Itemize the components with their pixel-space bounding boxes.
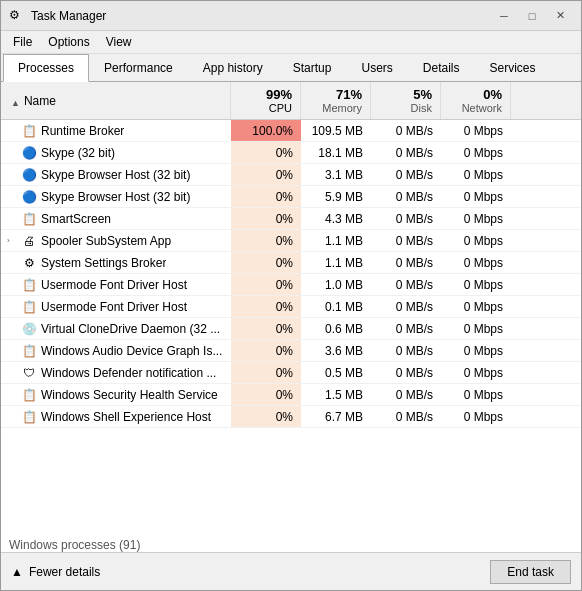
process-cpu-cell: 0% xyxy=(231,208,301,229)
tab-app-history[interactable]: App history xyxy=(188,54,278,82)
title-bar-left: ⚙ Task Manager xyxy=(9,8,106,24)
process-memory-cell: 0.6 MB xyxy=(301,318,371,339)
process-disk-cell: 0 MB/s xyxy=(371,274,441,295)
tab-services[interactable]: Services xyxy=(475,54,551,82)
col-header-disk[interactable]: 5% Disk xyxy=(371,82,441,119)
tab-performance[interactable]: Performance xyxy=(89,54,188,82)
process-disk-cell: 0 MB/s xyxy=(371,164,441,185)
menu-options[interactable]: Options xyxy=(40,33,97,51)
end-task-button[interactable]: End task xyxy=(490,560,571,584)
tab-processes[interactable]: Processes xyxy=(3,54,89,82)
process-network-cell: 0 Mbps xyxy=(441,252,511,273)
process-cpu-cell: 0% xyxy=(231,318,301,339)
process-disk-cell: 0 MB/s xyxy=(371,252,441,273)
network-pct: 0% xyxy=(483,87,502,102)
process-network-cell: 0 Mbps xyxy=(441,186,511,207)
process-disk-cell: 0 MB/s xyxy=(371,296,441,317)
process-cpu-cell: 0% xyxy=(231,406,301,427)
process-network-cell: 0 Mbps xyxy=(441,208,511,229)
process-network-cell: 0 Mbps xyxy=(441,142,511,163)
table-row[interactable]: 📋Usermode Font Driver Host0%1.0 MB0 MB/s… xyxy=(1,274,581,296)
process-name-label: Usermode Font Driver Host xyxy=(41,278,187,292)
table-body: 📋Runtime Broker100.0%109.5 MB0 MB/s0 Mbp… xyxy=(1,120,581,538)
col-header-network[interactable]: 0% Network xyxy=(441,82,511,119)
tab-details[interactable]: Details xyxy=(408,54,475,82)
process-network-cell: 0 Mbps xyxy=(441,296,511,317)
process-name-cell: 💿Virtual CloneDrive Daemon (32 ... xyxy=(1,318,231,339)
process-name-label: Usermode Font Driver Host xyxy=(41,300,187,314)
process-name-label: SmartScreen xyxy=(41,212,111,226)
partial-cell-name: Windows processes (91) xyxy=(1,538,231,552)
tab-startup[interactable]: Startup xyxy=(278,54,347,82)
table-row[interactable]: ›🖨Spooler SubSystem App0%1.1 MB0 MB/s0 M… xyxy=(1,230,581,252)
process-memory-cell: 4.3 MB xyxy=(301,208,371,229)
table-row[interactable]: 🔵Skype (32 bit)0%18.1 MB0 MB/s0 Mbps xyxy=(1,142,581,164)
process-memory-cell: 3.1 MB xyxy=(301,164,371,185)
menu-file[interactable]: File xyxy=(5,33,40,51)
menu-bar: File Options View xyxy=(1,31,581,54)
footer: ▲ Fewer details End task xyxy=(1,552,581,590)
process-icon: 📋 xyxy=(21,123,37,139)
process-network-cell: 0 Mbps xyxy=(441,406,511,427)
process-name-cell: 🛡Windows Defender notification ... xyxy=(1,362,231,383)
name-sort-arrow: ▲ xyxy=(11,98,20,108)
minimize-button[interactable]: ─ xyxy=(491,6,517,26)
process-disk-cell: 0 MB/s xyxy=(371,230,441,251)
process-network-cell: 0 Mbps xyxy=(441,164,511,185)
table-row[interactable]: 🛡Windows Defender notification ...0%0.5 … xyxy=(1,362,581,384)
process-cpu-cell: 0% xyxy=(231,252,301,273)
table-row[interactable]: 🔵Skype Browser Host (32 bit)0%5.9 MB0 MB… xyxy=(1,186,581,208)
col-header-cpu[interactable]: 99% CPU xyxy=(231,82,301,119)
table-row[interactable]: 📋SmartScreen0%4.3 MB0 MB/s0 Mbps xyxy=(1,208,581,230)
process-name-label: Skype Browser Host (32 bit) xyxy=(41,168,190,182)
process-memory-cell: 5.9 MB xyxy=(301,186,371,207)
process-network-cell: 0 Mbps xyxy=(441,274,511,295)
process-memory-cell: 1.0 MB xyxy=(301,274,371,295)
process-name-cell: 🔵Skype (32 bit) xyxy=(1,142,231,163)
table-row[interactable]: 📋Windows Shell Experience Host0%6.7 MB0 … xyxy=(1,406,581,428)
process-name-cell: ⚙System Settings Broker xyxy=(1,252,231,273)
process-name-cell: 📋Windows Audio Device Graph Is... xyxy=(1,340,231,361)
expand-arrow-icon[interactable]: › xyxy=(7,236,17,245)
table-row[interactable]: ⚙System Settings Broker0%1.1 MB0 MB/s0 M… xyxy=(1,252,581,274)
col-header-memory[interactable]: 71% Memory xyxy=(301,82,371,119)
table-row[interactable]: 💿Virtual CloneDrive Daemon (32 ...0%0.6 … xyxy=(1,318,581,340)
process-icon: 📋 xyxy=(21,299,37,315)
process-name-cell: 📋Windows Security Health Service xyxy=(1,384,231,405)
process-cpu-cell: 0% xyxy=(231,274,301,295)
process-network-cell: 0 Mbps xyxy=(441,318,511,339)
fewer-details-button[interactable]: ▲ Fewer details xyxy=(11,565,100,579)
menu-view[interactable]: View xyxy=(98,33,140,51)
app-icon: ⚙ xyxy=(9,8,25,24)
process-network-cell: 0 Mbps xyxy=(441,230,511,251)
process-memory-cell: 109.5 MB xyxy=(301,120,371,141)
process-memory-cell: 1.1 MB xyxy=(301,230,371,251)
process-disk-cell: 0 MB/s xyxy=(371,384,441,405)
process-icon: 📋 xyxy=(21,387,37,403)
window-controls: ─ □ ✕ xyxy=(491,6,573,26)
table-row[interactable]: 📋Windows Audio Device Graph Is...0%3.6 M… xyxy=(1,340,581,362)
process-name-cell: 📋Usermode Font Driver Host xyxy=(1,274,231,295)
process-name-label: Windows Defender notification ... xyxy=(41,366,216,380)
process-disk-cell: 0 MB/s xyxy=(371,120,441,141)
tabs-bar: Processes Performance App history Startu… xyxy=(1,54,581,82)
table-row[interactable]: 🔵Skype Browser Host (32 bit)0%3.1 MB0 MB… xyxy=(1,164,581,186)
process-cpu-cell: 0% xyxy=(231,142,301,163)
process-memory-cell: 3.6 MB xyxy=(301,340,371,361)
title-bar: ⚙ Task Manager ─ □ ✕ xyxy=(1,1,581,31)
process-name-cell: 📋Usermode Font Driver Host xyxy=(1,296,231,317)
table-row[interactable]: 📋Windows Security Health Service0%1.5 MB… xyxy=(1,384,581,406)
process-network-cell: 0 Mbps xyxy=(441,340,511,361)
tab-users[interactable]: Users xyxy=(346,54,407,82)
table-row[interactable]: 📋Usermode Font Driver Host0%0.1 MB0 MB/s… xyxy=(1,296,581,318)
table-row[interactable]: 📋Runtime Broker100.0%109.5 MB0 MB/s0 Mbp… xyxy=(1,120,581,142)
process-memory-cell: 6.7 MB xyxy=(301,406,371,427)
maximize-button[interactable]: □ xyxy=(519,6,545,26)
col-header-name[interactable]: ▲ Name xyxy=(1,82,231,119)
process-name-cell: 🔵Skype Browser Host (32 bit) xyxy=(1,164,231,185)
process-network-cell: 0 Mbps xyxy=(441,362,511,383)
process-cpu-cell: 0% xyxy=(231,296,301,317)
process-disk-cell: 0 MB/s xyxy=(371,362,441,383)
close-button[interactable]: ✕ xyxy=(547,6,573,26)
content-area: ▲ Name 99% CPU 71% Memory 5% Disk 0% Net… xyxy=(1,82,581,552)
